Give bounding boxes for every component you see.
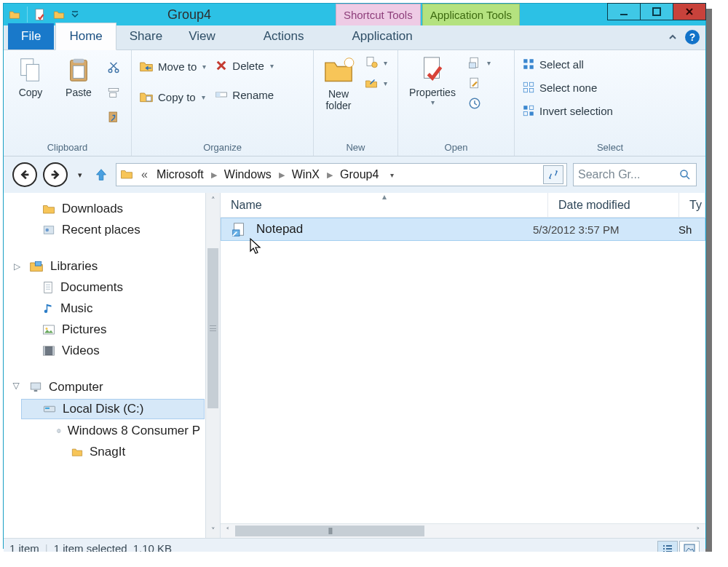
file-type: Sh: [678, 223, 705, 236]
crumb-winx[interactable]: WinX: [288, 165, 324, 184]
tab-application[interactable]: Application: [339, 23, 425, 49]
help-icon[interactable]: ?: [685, 30, 700, 44]
history-button[interactable]: [465, 95, 494, 111]
copy-button[interactable]: Copy: [8, 53, 53, 101]
status-bar: 1 item | 1 item selected 1.10 KB: [4, 538, 705, 552]
search-box[interactable]: Search Gr...: [573, 163, 697, 186]
file-row-notepad[interactable]: Notepad 5/3/2012 3:57 PM Sh: [221, 218, 705, 241]
copy-path-button[interactable]: [104, 84, 123, 100]
column-headers[interactable]: ▴Name Date modified Ty: [221, 193, 705, 218]
file-date: 5/3/2012 3:57 PM: [533, 223, 678, 236]
status-item-count: 1 item: [9, 542, 39, 552]
svg-rect-10: [110, 93, 116, 98]
nav-libraries[interactable]: ▷ Libraries: [21, 257, 205, 276]
view-large-icons-button[interactable]: [679, 541, 700, 552]
new-folder-button[interactable]: New folder: [318, 53, 359, 114]
recent-locations-button[interactable]: ▾: [74, 162, 87, 187]
col-date-modified[interactable]: Date modified: [548, 193, 679, 217]
rename-button[interactable]: Rename: [212, 87, 277, 103]
view-details-button[interactable]: [657, 541, 678, 552]
nav-videos[interactable]: Videos: [21, 341, 205, 360]
refresh-button[interactable]: [543, 165, 563, 184]
tab-actions[interactable]: Actions: [250, 23, 317, 49]
status-size: 1.10 KB: [133, 542, 172, 552]
nav-snagit[interactable]: SnagIt: [21, 443, 205, 461]
ribbon-tab-strip: File Home Share View Actions Application…: [4, 25, 705, 50]
svg-rect-3: [26, 64, 39, 81]
scroll-thumb[interactable]: [207, 248, 218, 408]
address-bar[interactable]: « Microsoft▶ Windows▶ WinX▶ Group4 ▾: [116, 163, 567, 186]
minimize-button[interactable]: [607, 3, 641, 20]
horizontal-scrollbar[interactable]: ˂ lll ˃: [221, 523, 705, 538]
forward-button[interactable]: [43, 162, 68, 187]
contextual-tab-application[interactable]: Application Tools: [422, 4, 520, 25]
svg-rect-6: [73, 66, 84, 78]
scroll-down-icon[interactable]: ˅: [206, 523, 220, 538]
nav-downloads[interactable]: Downloads: [21, 199, 205, 218]
nav-documents[interactable]: Documents: [21, 278, 205, 297]
tab-view[interactable]: View: [175, 23, 229, 49]
nav-music[interactable]: Music: [21, 299, 205, 318]
crumb-windows[interactable]: Windows: [220, 165, 276, 184]
file-name: Notepad: [256, 222, 533, 237]
minimize-ribbon-icon[interactable]: [666, 31, 679, 44]
system-menu-icon[interactable]: [7, 7, 23, 23]
delete-button[interactable]: Delete▾: [212, 58, 277, 74]
move-to-button[interactable]: Move to▾: [136, 58, 209, 75]
tab-home[interactable]: Home: [55, 23, 116, 50]
select-none-button[interactable]: Select none: [519, 79, 616, 95]
copy-label: Copy: [19, 87, 43, 98]
organize-group-label: Organize: [136, 140, 309, 153]
crumb-group4[interactable]: Group4: [336, 165, 383, 184]
nav-pictures[interactable]: Pictures: [21, 320, 205, 339]
nav-windows8[interactable]: Windows 8 Consumer P: [21, 421, 205, 440]
window-title: Group4: [80, 7, 336, 23]
navigation-pane[interactable]: Downloads Recent places ▷ Libraries Docu…: [4, 193, 221, 538]
qat-newfolder-icon[interactable]: [51, 7, 67, 23]
close-button[interactable]: [673, 3, 706, 20]
invert-selection-button[interactable]: Invert selection: [519, 103, 616, 119]
select-all-button[interactable]: Select all: [519, 56, 616, 72]
tab-file[interactable]: File: [8, 23, 54, 49]
svg-point-8: [115, 69, 119, 73]
paste-shortcut-button[interactable]: [104, 108, 123, 124]
svg-rect-45: [52, 346, 54, 355]
open-button[interactable]: ▾: [465, 55, 494, 71]
tab-share[interactable]: Share: [116, 23, 175, 49]
svg-rect-47: [34, 390, 38, 392]
hscroll-right-icon[interactable]: ˃: [691, 526, 705, 536]
svg-rect-49: [45, 408, 50, 409]
svg-rect-14: [216, 92, 221, 97]
qat-customize-icon[interactable]: [70, 7, 80, 23]
col-type[interactable]: Ty: [679, 193, 705, 217]
edit-button[interactable]: [465, 75, 494, 91]
back-button[interactable]: [12, 162, 37, 187]
scroll-up-icon[interactable]: ˄: [206, 193, 220, 207]
nav-local-disk-c[interactable]: Local Disk (C:): [21, 399, 205, 419]
svg-rect-46: [31, 383, 41, 389]
navpane-scrollbar[interactable]: ˄ ˅: [205, 193, 220, 538]
properties-button[interactable]: Properties ▾: [403, 53, 462, 109]
nav-recent-places[interactable]: Recent places: [21, 221, 205, 239]
paste-button[interactable]: Paste: [56, 53, 101, 101]
file-list[interactable]: Notepad 5/3/2012 3:57 PM Sh: [221, 218, 705, 523]
col-name[interactable]: ▴Name: [221, 193, 548, 217]
svg-rect-32: [530, 106, 534, 109]
svg-rect-1: [653, 8, 660, 15]
copy-to-button[interactable]: Copy to▾: [136, 88, 209, 106]
svg-rect-25: [523, 66, 527, 69]
hscroll-left-icon[interactable]: ˂: [221, 526, 235, 536]
cut-button[interactable]: [104, 59, 123, 75]
up-button[interactable]: [92, 166, 110, 183]
easy-access-button[interactable]: ▾: [362, 75, 390, 91]
ribbon: Copy Paste Clipboard: [4, 50, 705, 156]
new-item-button[interactable]: ▾: [362, 55, 390, 71]
crumb-microsoft[interactable]: Microsoft: [152, 165, 208, 184]
maximize-button[interactable]: [640, 3, 673, 20]
properties-label: Properties: [409, 87, 456, 98]
nav-computer[interactable]: ▷ Computer: [21, 378, 205, 397]
address-dropdown-icon[interactable]: ▾: [387, 171, 397, 179]
qat-properties-icon[interactable]: [32, 7, 48, 23]
contextual-tab-shortcut[interactable]: Shortcut Tools: [336, 4, 421, 25]
explorer-window: Group4 Shortcut Tools Application Tools …: [3, 3, 706, 549]
